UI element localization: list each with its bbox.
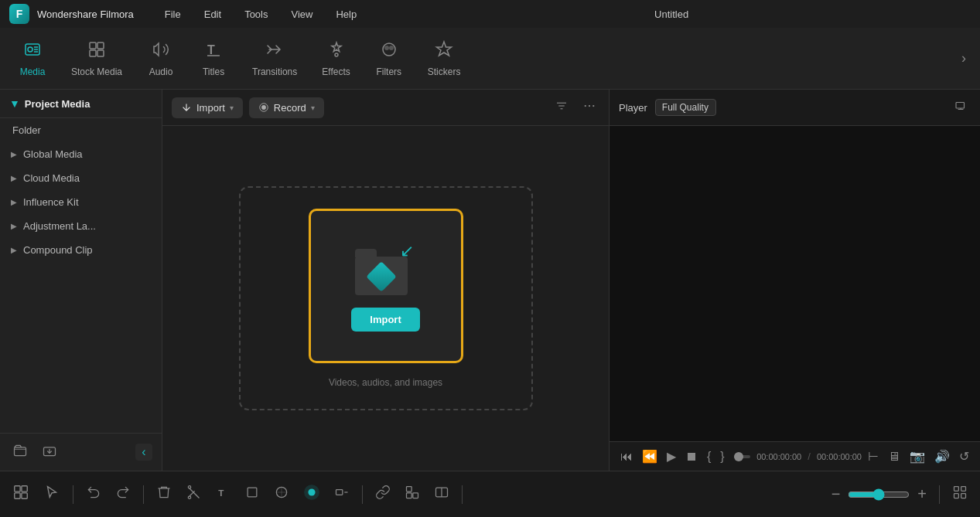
svg-point-1	[28, 47, 32, 52]
cut-btn[interactable]	[181, 481, 206, 507]
sidebar-item-global-media[interactable]: ▶ Global Media	[0, 142, 162, 166]
preview-controls: ⏮ ⏪ ▶ ⏹ { } 00:00:00:00 / 00:00:00:00 ⊢ …	[610, 441, 980, 471]
delete-btn[interactable]	[152, 481, 176, 507]
zoom-slider[interactable]	[848, 488, 910, 501]
svg-point-38	[308, 488, 315, 495]
tab-audio[interactable]: Audio	[136, 34, 186, 83]
svg-rect-35	[248, 488, 257, 497]
import-media-btn[interactable]: Import	[351, 308, 419, 332]
zoom-out-btn[interactable]: −	[827, 482, 845, 506]
sidebar-item-adjustment[interactable]: ▶ Adjustment La...	[0, 214, 162, 238]
import-folder-btn[interactable]	[39, 440, 60, 464]
redo-btn[interactable]	[111, 481, 135, 507]
snapshot-btn[interactable]: 📷	[907, 447, 928, 466]
media-toolbar-right	[551, 96, 599, 119]
monitor-btn[interactable]: 🖥	[885, 447, 903, 466]
audio-btn[interactable]: 🔊	[931, 447, 953, 466]
global-media-arrow: ▶	[11, 150, 17, 158]
svg-point-23	[589, 105, 590, 107]
tab-filters-label: Filters	[376, 66, 401, 77]
cursor-btn[interactable]	[39, 481, 65, 508]
tab-stock-media[interactable]: Stock Media	[60, 34, 133, 83]
mark-out-btn[interactable]: }	[717, 447, 727, 466]
tab-titles[interactable]: T Titles	[189, 34, 238, 83]
svg-rect-15	[15, 447, 26, 456]
stock-media-icon	[87, 40, 106, 63]
svg-line-33	[190, 491, 195, 496]
record-audio-btn[interactable]	[299, 481, 325, 508]
drop-label: Videos, audios, and images	[329, 377, 442, 388]
time-total: 00:00:00:00	[817, 452, 862, 461]
media-icon	[23, 40, 42, 63]
filter-btn[interactable]	[551, 96, 572, 119]
svg-rect-48	[954, 494, 959, 498]
tab-effects[interactable]: Effects	[311, 34, 360, 83]
toolbar-more-chevron[interactable]: ›	[955, 44, 972, 73]
project-media-arrow: ▼	[9, 97, 20, 110]
text-tool-btn[interactable]: T	[210, 481, 235, 507]
import-dropdown-btn[interactable]: Import ▾	[172, 97, 243, 118]
sidebar-item-influence-kit[interactable]: ▶ Influence Kit	[0, 190, 162, 214]
grid-view-btn[interactable]	[948, 481, 972, 507]
link-btn[interactable]	[370, 481, 395, 507]
sidebar-item-cloud-media[interactable]: ▶ Cloud Media	[0, 166, 162, 190]
prev-frame-btn[interactable]: ⏮	[617, 447, 636, 466]
mark-in-btn[interactable]: {	[704, 447, 714, 466]
preview-expand-btn[interactable]	[951, 96, 971, 119]
compound-clip-label: Compound Clip	[23, 244, 93, 256]
svg-point-17	[261, 105, 266, 110]
svg-point-11	[335, 53, 338, 56]
group-btn[interactable]	[400, 481, 425, 507]
tab-effects-label: Effects	[322, 66, 350, 77]
timeline-scrubber[interactable]	[734, 455, 750, 458]
crop-btn[interactable]	[240, 481, 265, 507]
scrubber-thumb[interactable]	[734, 452, 743, 461]
record-dropdown-btn[interactable]: Record ▾	[249, 97, 324, 118]
color-btn[interactable]	[269, 481, 294, 507]
tab-media[interactable]: Media	[8, 34, 57, 83]
menu-help[interactable]: Help	[328, 5, 364, 23]
tab-stickers-label: Stickers	[428, 66, 461, 77]
record-btn-label: Record	[274, 102, 306, 114]
preview-toolbar-right	[951, 96, 971, 119]
svg-rect-6	[97, 43, 104, 49]
insert-btn[interactable]: ⊢	[865, 447, 882, 466]
new-folder-btn[interactable]	[9, 440, 31, 464]
menu-view[interactable]: View	[283, 5, 320, 23]
sidebar-folder[interactable]: Folder	[0, 118, 162, 142]
import-card[interactable]: ↙ Import	[309, 209, 463, 363]
stop-btn[interactable]: ⏹	[682, 447, 701, 466]
zoom-slider-container: − +	[827, 482, 931, 506]
step-back-btn[interactable]: ⏪	[639, 447, 661, 466]
more-options-btn[interactable]	[579, 96, 599, 119]
quality-select[interactable]: Full Quality 1/2 Quality 1/4 Quality	[655, 99, 716, 116]
tab-transitions-label: Transitions	[252, 66, 297, 77]
svg-rect-28	[15, 493, 20, 498]
ripple-btn[interactable]	[330, 481, 354, 507]
zoom-in-btn[interactable]: +	[913, 482, 931, 506]
menu-edit[interactable]: Edit	[196, 5, 229, 23]
split-screen-btn[interactable]	[429, 481, 454, 507]
effects-icon	[327, 40, 346, 63]
tab-filters[interactable]: Filters	[364, 34, 414, 83]
sidebar-collapse-btn[interactable]: ‹	[135, 444, 152, 461]
menu-tools[interactable]: Tools	[237, 5, 275, 23]
scene-detect-btn[interactable]	[8, 481, 34, 508]
undo-btn[interactable]	[81, 481, 106, 507]
menu-file[interactable]: File	[157, 5, 189, 23]
svg-rect-49	[961, 494, 966, 498]
divider-4	[462, 485, 463, 504]
preview-viewport	[610, 126, 980, 441]
svg-rect-26	[15, 486, 20, 491]
svg-rect-7	[90, 50, 96, 56]
titles-icon: T	[204, 40, 223, 63]
svg-point-22	[585, 105, 586, 107]
tab-stickers[interactable]: Stickers	[417, 34, 472, 83]
play-btn[interactable]: ▶	[664, 447, 679, 466]
sidebar-item-compound-clip[interactable]: ▶ Compound Clip	[0, 238, 162, 262]
preview-toolbar: Player Full Quality 1/2 Quality 1/4 Qual…	[610, 90, 980, 126]
transform-btn[interactable]: ↺	[956, 447, 972, 466]
tab-transitions[interactable]: Transitions	[241, 34, 308, 83]
content-area: ▼ Project Media Folder ▶ Global Media ▶ …	[0, 90, 980, 471]
tab-stock-media-label: Stock Media	[71, 66, 122, 77]
